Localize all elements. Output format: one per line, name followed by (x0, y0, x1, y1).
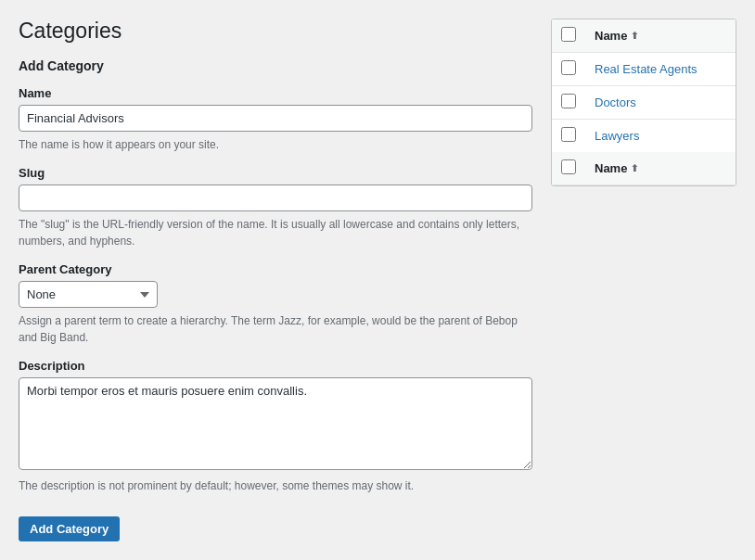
parent-hint: Assign a parent term to create a hierarc… (19, 312, 532, 346)
description-label: Description (19, 359, 532, 373)
description-field-group: Description Morbi tempor eros et mauris … (19, 359, 532, 494)
select-all-footer-checkbox[interactable] (561, 159, 576, 174)
parent-label: Parent Category (19, 262, 532, 276)
name-field-group: Name The name is how it appears on your … (19, 86, 532, 153)
categories-list-panel: Name ⬆ Real Estate Agents Doctors (551, 19, 736, 186)
name-hint: The name is how it appears on your site. (19, 136, 532, 153)
parent-select[interactable]: NoneReal Estate AgentsDoctorsLawyers (19, 281, 158, 308)
name-column-label: Name (595, 29, 627, 43)
name-input[interactable] (19, 105, 532, 132)
slug-input[interactable] (19, 185, 532, 211)
table-row: Doctors (552, 86, 736, 120)
description-hint: The description is not prominent by defa… (19, 477, 532, 494)
sort-icon: ⬆ (631, 31, 638, 41)
sort-icon-footer: ⬆ (631, 163, 638, 173)
table-row: Real Estate Agents (552, 53, 736, 86)
name-column-header[interactable]: Name ⬆ (595, 29, 726, 43)
section-title: Add Category (19, 58, 532, 73)
name-column-footer-label: Name (595, 161, 627, 175)
category-checkbox[interactable] (561, 127, 576, 142)
category-name-link[interactable]: Real Estate Agents (595, 62, 697, 76)
table-row: Lawyers (552, 120, 736, 153)
category-checkbox[interactable] (561, 94, 576, 108)
category-name-link[interactable]: Doctors (595, 95, 636, 109)
name-label: Name (19, 86, 532, 100)
slug-hint: The "slug" is the URL-friendly version o… (19, 216, 532, 249)
category-name-link[interactable]: Lawyers (595, 129, 639, 143)
slug-field-group: Slug The "slug" is the URL-friendly vers… (19, 166, 532, 249)
description-textarea[interactable]: Morbi tempor eros et mauris posuere enim… (19, 377, 532, 470)
categories-table: Name ⬆ Real Estate Agents Doctors (552, 19, 736, 185)
parent-category-group: Parent Category NoneReal Estate AgentsDo… (19, 262, 532, 346)
add-category-panel: Categories Add Category Name The name is… (19, 19, 532, 541)
page-title: Categories (19, 19, 532, 44)
category-checkbox[interactable] (561, 60, 576, 75)
select-all-checkbox[interactable] (561, 27, 576, 42)
name-column-footer-header[interactable]: Name ⬆ (595, 161, 726, 175)
slug-label: Slug (19, 166, 532, 180)
add-category-button[interactable]: Add Category (19, 516, 120, 541)
